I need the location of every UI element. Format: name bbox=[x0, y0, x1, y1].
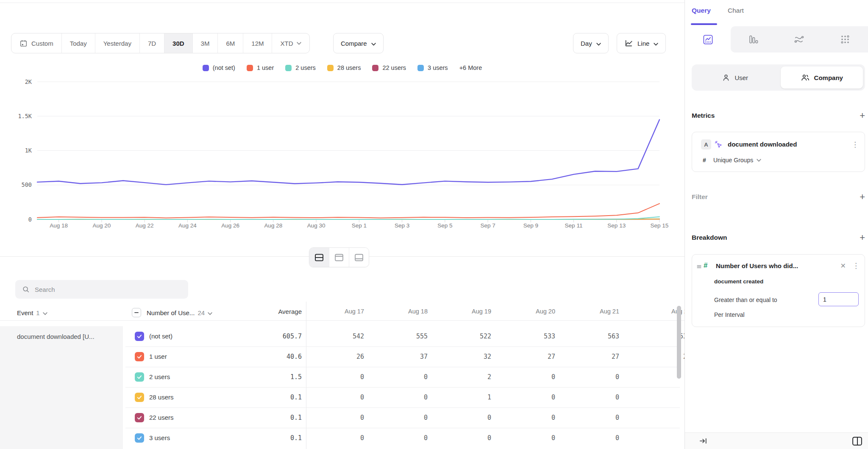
measure-prefix: # bbox=[703, 157, 706, 164]
row-cell-value: 27 bbox=[496, 346, 555, 367]
user-toggle-label: User bbox=[734, 74, 748, 81]
row-cell-value: 0 bbox=[560, 428, 619, 448]
row-cell-value: 0 bbox=[305, 428, 364, 448]
query-panel: Query Chart User Company Metrics + A bbox=[684, 0, 868, 449]
metric-card[interactable]: A document downloaded ⋮ # Unique Groups bbox=[692, 132, 865, 172]
add-breakdown-button[interactable]: + bbox=[860, 233, 865, 242]
row-average-value: 40.6 bbox=[242, 346, 302, 367]
row-cell-value: 0 bbox=[432, 407, 491, 428]
date-column-header: Aug 21 bbox=[560, 308, 619, 315]
collapse-panel-icon[interactable] bbox=[699, 437, 707, 445]
row-checkbox[interactable] bbox=[135, 332, 144, 341]
view-split-button[interactable] bbox=[309, 248, 329, 267]
row-average-value: 0.1 bbox=[242, 387, 302, 407]
table-row[interactable]: (not set)605.7542555522533563538 bbox=[0, 326, 684, 346]
row-cell-value: 533 bbox=[496, 326, 555, 346]
row-average-value: 605.7 bbox=[242, 326, 302, 346]
row-label: 22 users bbox=[149, 407, 174, 428]
table-row[interactable]: 1 user40.6263732272728 bbox=[0, 346, 684, 367]
breakdown-options-kebab-icon[interactable]: ⋮ bbox=[852, 262, 860, 269]
row-average-value: 0.1 bbox=[242, 407, 302, 428]
chevron-down-icon bbox=[757, 159, 761, 162]
filter-title: Filter bbox=[692, 193, 708, 201]
chart-type-more-button[interactable] bbox=[822, 26, 868, 53]
measure-label: Unique Groups bbox=[713, 157, 753, 164]
add-metric-button[interactable]: + bbox=[860, 111, 865, 120]
app: CustomTodayYesterday7D30D3M6M12MXTD Comp… bbox=[0, 0, 868, 449]
chart-type-flow-button[interactable] bbox=[776, 26, 822, 53]
breakdown-condition-row: Greater than or equal to Times bbox=[714, 296, 777, 304]
breakdown-card[interactable]: # Number of Users who did... ✕ ⋮ documen… bbox=[692, 254, 865, 327]
add-filter-button[interactable]: + bbox=[860, 192, 865, 202]
view-toggle bbox=[309, 247, 369, 267]
date-column-header: Aug 17 bbox=[305, 308, 364, 315]
measure-dropdown[interactable]: Unique Groups bbox=[713, 157, 761, 164]
row-checkbox[interactable] bbox=[135, 372, 144, 382]
table-row[interactable]: 2 users1.5002001 bbox=[0, 367, 684, 387]
breakdown-section-header: Breakdown + bbox=[692, 233, 865, 242]
table-body: Aug 17Aug 18Aug 19Aug 20Aug 21Aug 22(not… bbox=[0, 0, 684, 449]
tab-chart[interactable]: Chart bbox=[728, 7, 744, 14]
times-value-input[interactable] bbox=[818, 292, 859, 306]
toggle-user[interactable]: User bbox=[694, 67, 776, 89]
date-column-header: Aug 18 bbox=[368, 308, 428, 315]
view-table-only-button[interactable] bbox=[349, 248, 369, 267]
row-cell-value: 0 bbox=[305, 387, 364, 407]
table-row[interactable]: 22 users0.1000000 bbox=[0, 407, 684, 428]
row-cell-value: 0 bbox=[368, 407, 428, 428]
row-average-value: 0.1 bbox=[242, 428, 302, 448]
row-label: (not set) bbox=[149, 326, 172, 346]
row-cell-value: 0 bbox=[368, 367, 428, 387]
view-chart-only-button[interactable] bbox=[329, 248, 349, 267]
row-cell-value: 555 bbox=[368, 326, 428, 346]
row-cell-value: 522 bbox=[432, 326, 491, 346]
condition-label: Greater than or equal to bbox=[714, 297, 777, 303]
row-cell-value: 0 bbox=[496, 367, 555, 387]
toggle-company[interactable]: Company bbox=[781, 67, 863, 89]
tab-query[interactable]: Query bbox=[692, 7, 711, 14]
user-icon bbox=[722, 73, 730, 82]
row-cell-value: 563 bbox=[560, 326, 619, 346]
row-cell-value: 32 bbox=[432, 346, 491, 367]
chart-type-bar-button[interactable] bbox=[731, 26, 776, 53]
row-checkbox[interactable] bbox=[135, 413, 144, 422]
company-icon bbox=[801, 73, 810, 82]
drag-handle-icon[interactable] bbox=[696, 264, 702, 269]
row-checkbox[interactable] bbox=[135, 352, 144, 361]
filter-section-header: Filter + bbox=[692, 192, 865, 202]
row-cell-value: 27 bbox=[560, 346, 619, 367]
metric-badge: A bbox=[701, 139, 711, 150]
row-cell-value: 0 bbox=[560, 407, 619, 428]
toggle-sidebar-icon[interactable] bbox=[851, 436, 863, 446]
panel-bottom-bar bbox=[685, 432, 868, 449]
number-property-icon: # bbox=[704, 261, 707, 270]
close-icon[interactable]: ✕ bbox=[840, 262, 846, 270]
row-label: 3 users bbox=[149, 428, 170, 448]
row-cell-value: 0 bbox=[496, 428, 555, 448]
group-level-toggle: User Company bbox=[692, 64, 865, 91]
row-cell-value: 0 bbox=[432, 428, 491, 448]
table-row[interactable]: 28 users0.1001000 bbox=[0, 387, 684, 407]
row-checkbox[interactable] bbox=[135, 433, 144, 443]
table-row[interactable]: 3 users0.1000000 bbox=[0, 428, 684, 448]
date-column-header: Aug 19 bbox=[432, 308, 491, 315]
date-column-header: Aug 20 bbox=[496, 308, 555, 315]
company-toggle-label: Company bbox=[814, 74, 843, 81]
metric-event-name: document downloaded bbox=[728, 141, 797, 148]
chart-type-line-button[interactable] bbox=[685, 26, 731, 53]
row-cell-value: 1 bbox=[432, 387, 491, 407]
row-cell-value: 0 bbox=[560, 387, 619, 407]
row-cell-value: 26 bbox=[305, 346, 364, 367]
row-cell-value: 0 bbox=[368, 428, 428, 448]
row-cell-value: 0 bbox=[305, 407, 364, 428]
row-cell-value: 0 bbox=[368, 387, 428, 407]
row-label: 28 users bbox=[149, 387, 174, 407]
row-checkbox[interactable] bbox=[135, 393, 144, 402]
breakdown-title: Breakdown bbox=[692, 234, 727, 241]
per-interval-label: Per Interval bbox=[714, 311, 745, 318]
chart-type-selector bbox=[685, 26, 868, 53]
row-cell-value: 0 bbox=[632, 407, 684, 428]
metric-options-kebab-icon[interactable]: ⋮ bbox=[851, 141, 859, 148]
table-vertical-scrollbar[interactable] bbox=[677, 306, 681, 379]
row-label: 1 user bbox=[149, 346, 167, 367]
